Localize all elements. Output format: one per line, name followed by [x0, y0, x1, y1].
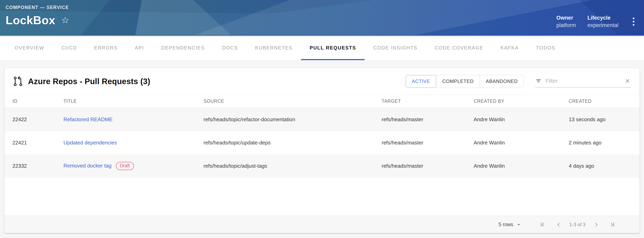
tab-ci-cd[interactable]: CI/CD — [53, 36, 86, 60]
column-header-created: CREATED — [566, 95, 640, 108]
table-row: 22421Updated dependenciesrefs/heads/topi… — [4, 131, 640, 154]
filter-list-icon — [535, 78, 542, 85]
lifecycle-label: Lifecycle — [587, 15, 618, 21]
pr-target-branch: refs/heads/master — [378, 154, 470, 178]
pr-created-by: Andre Wanlin — [470, 154, 566, 178]
pr-id: 22332 — [4, 154, 60, 178]
tab-kubernetes[interactable]: KUBERNETES — [246, 36, 301, 60]
favorite-star-icon[interactable]: ☆ — [61, 16, 69, 25]
pull-requests-card: Azure Repos - Pull Requests (3) ACTIVECO… — [4, 68, 640, 233]
first-page-button[interactable] — [539, 221, 546, 228]
pr-title-link[interactable]: Updated dependencies — [64, 140, 117, 146]
owner-value: platform — [556, 22, 576, 29]
tab-docs[interactable]: DOCS — [214, 36, 246, 60]
pr-title-cell: Refactored README — [60, 108, 200, 131]
pr-id: 22422 — [4, 108, 60, 131]
table-header-row: IDTITLESOURCETARGETCREATED BYCREATED — [4, 95, 640, 108]
pr-created-by: Andre Wanlin — [470, 108, 566, 131]
page-title: LockBox — [6, 14, 55, 27]
tab-pull-requests[interactable]: PULL REQUESTS — [301, 36, 365, 60]
pr-target-branch: refs/heads/master — [378, 131, 470, 154]
column-header-id: ID — [4, 95, 60, 108]
table-row: 22332Removed docker tagDraftrefs/heads/t… — [4, 154, 640, 178]
pull-request-icon — [12, 75, 24, 87]
column-header-created-by: CREATED BY — [470, 95, 566, 108]
entity-header: COMPONENT — SERVICE LockBox ☆ Owner plat… — [0, 0, 644, 36]
previous-page-button[interactable] — [555, 221, 562, 228]
draft-badge: Draft — [116, 162, 134, 170]
table-empty-space — [4, 178, 640, 216]
pr-source-branch: refs/heads/topic/update-deps — [200, 131, 378, 154]
pr-created-by: Andre Wanlin — [470, 131, 566, 154]
pagination-range: 1-3 of 3 — [569, 222, 586, 227]
pr-title-cell: Removed docker tagDraft — [60, 154, 200, 178]
pr-source-branch: refs/heads/topic/refactor-documentation — [200, 108, 378, 131]
last-page-button[interactable] — [609, 221, 616, 228]
tab-code-insights[interactable]: CODE INSIGHTS — [365, 36, 426, 60]
column-header-title: TITLE — [60, 95, 200, 108]
page-content: Azure Repos - Pull Requests (3) ACTIVECO… — [0, 60, 644, 238]
status-filter-group: ACTIVECOMPLETEDABANDONED — [406, 75, 524, 88]
lifecycle-meta: Lifecycle experimental — [587, 15, 618, 29]
table-row: 22422Refactored READMErefs/heads/topic/r… — [4, 108, 640, 131]
pr-source-branch: refs/heads/topic/adjust-tags — [200, 154, 378, 178]
table-body: 22422Refactored READMErefs/heads/topic/r… — [4, 108, 640, 178]
card-title: Azure Repos - Pull Requests (3) — [28, 77, 150, 86]
pr-created-time: 2 minutes ago — [566, 131, 640, 154]
tab-dependencies[interactable]: DEPENDENCIES — [152, 36, 213, 60]
caret-down-icon — [516, 222, 521, 227]
pr-id: 22421 — [4, 131, 60, 154]
tab-code-coverage[interactable]: CODE COVERAGE — [426, 36, 492, 60]
pr-title-link[interactable]: Removed docker tag — [64, 162, 112, 168]
pull-requests-table: IDTITLESOURCETARGETCREATED BYCREATED 224… — [4, 95, 640, 178]
status-filter-active-button[interactable]: ACTIVE — [406, 75, 436, 88]
pr-created-time: 13 seconds ago — [566, 108, 640, 131]
owner-meta: Owner platform — [556, 15, 576, 29]
entity-kind-breadcrumb: COMPONENT — SERVICE — [6, 5, 69, 10]
tab-bar: OVERVIEWCI/CDERRORSAPIDEPENDENCIESDOCSKU… — [0, 36, 644, 60]
pr-created-time: 4 days ago — [566, 154, 640, 178]
filter-field: ✕ — [535, 75, 631, 88]
more-options-icon[interactable] — [630, 16, 637, 28]
card-header: Azure Repos - Pull Requests (3) ACTIVECO… — [4, 68, 640, 95]
tab-todos[interactable]: TODOS — [527, 36, 564, 60]
filter-input[interactable] — [546, 78, 620, 84]
tab-overview[interactable]: OVERVIEW — [6, 36, 53, 60]
status-filter-completed-button[interactable]: COMPLETED — [436, 75, 480, 88]
tab-kafka[interactable]: KAFKA — [492, 36, 527, 60]
pr-title-link[interactable]: Refactored README — [64, 116, 113, 122]
rows-per-page-select[interactable]: 5 rows — [498, 221, 521, 227]
pr-title-cell: Updated dependencies — [60, 131, 200, 154]
clear-filter-icon[interactable]: ✕ — [624, 77, 631, 85]
column-header-source: SOURCE — [200, 95, 378, 108]
tab-api[interactable]: API — [126, 36, 153, 60]
lifecycle-value: experimental — [587, 22, 618, 29]
tab-errors[interactable]: ERRORS — [86, 36, 126, 60]
pagination-bar: 5 rows 1-3 of 3 — [4, 215, 640, 233]
column-header-target: TARGET — [378, 95, 470, 108]
next-page-button[interactable] — [593, 221, 600, 228]
rows-per-page-label: 5 rows — [498, 221, 513, 227]
owner-label: Owner — [556, 15, 576, 21]
pr-target-branch: refs/heads/master — [378, 108, 470, 131]
status-filter-abandoned-button[interactable]: ABANDONED — [480, 75, 524, 88]
